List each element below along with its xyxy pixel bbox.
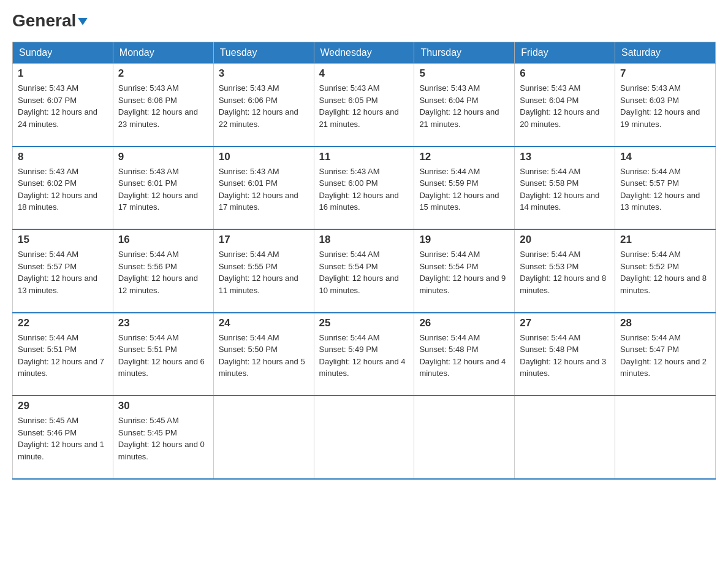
calendar-cell: 22 Sunrise: 5:44 AM Sunset: 5:51 PM Dayl… (13, 313, 113, 396)
weekday-header-saturday: Saturday (615, 42, 716, 64)
calendar-cell: 20 Sunrise: 5:44 AM Sunset: 5:53 PM Dayl… (515, 229, 615, 313)
week-row-5: 29 Sunrise: 5:45 AM Sunset: 5:46 PM Dayl… (13, 396, 716, 479)
calendar-cell: 3 Sunrise: 5:43 AM Sunset: 6:06 PM Dayli… (213, 64, 314, 147)
calendar-cell: 24 Sunrise: 5:44 AM Sunset: 5:50 PM Dayl… (213, 313, 314, 396)
calendar-cell: 1 Sunrise: 5:43 AM Sunset: 6:07 PM Dayli… (13, 64, 113, 147)
day-number: 30 (118, 400, 208, 412)
day-info: Sunrise: 5:43 AM Sunset: 6:02 PM Dayligh… (18, 166, 108, 226)
day-number: 26 (419, 317, 509, 329)
day-info: Sunrise: 5:43 AM Sunset: 6:07 PM Dayligh… (18, 82, 108, 142)
day-number: 6 (520, 67, 610, 80)
day-number: 17 (219, 234, 309, 246)
day-info: Sunrise: 5:44 AM Sunset: 5:59 PM Dayligh… (419, 166, 509, 226)
day-info: Sunrise: 5:44 AM Sunset: 5:53 PM Dayligh… (520, 248, 610, 308)
day-number: 19 (419, 234, 509, 246)
day-info: Sunrise: 5:44 AM Sunset: 5:57 PM Dayligh… (620, 166, 710, 226)
calendar-cell: 29 Sunrise: 5:45 AM Sunset: 5:46 PM Dayl… (13, 396, 113, 479)
day-info: Sunrise: 5:43 AM Sunset: 6:06 PM Dayligh… (118, 82, 208, 142)
day-info: Sunrise: 5:43 AM Sunset: 6:04 PM Dayligh… (419, 82, 509, 142)
day-info: Sunrise: 5:44 AM Sunset: 5:55 PM Dayligh… (219, 248, 309, 308)
day-info: Sunrise: 5:43 AM Sunset: 6:06 PM Dayligh… (219, 82, 309, 142)
day-number: 11 (319, 151, 409, 163)
day-info: Sunrise: 5:43 AM Sunset: 6:01 PM Dayligh… (219, 166, 309, 226)
calendar-cell: 28 Sunrise: 5:44 AM Sunset: 5:47 PM Dayl… (615, 313, 716, 396)
day-number: 14 (620, 151, 710, 163)
calendar-cell: 25 Sunrise: 5:44 AM Sunset: 5:49 PM Dayl… (314, 313, 414, 396)
day-number: 28 (620, 317, 710, 329)
calendar-cell: 26 Sunrise: 5:44 AM Sunset: 5:48 PM Dayl… (414, 313, 515, 396)
day-number: 2 (118, 67, 208, 80)
day-number: 3 (219, 67, 309, 80)
calendar-cell (515, 396, 615, 479)
day-number: 18 (319, 234, 409, 246)
calendar-cell: 19 Sunrise: 5:44 AM Sunset: 5:54 PM Dayl… (414, 229, 515, 313)
day-info: Sunrise: 5:43 AM Sunset: 6:04 PM Dayligh… (520, 82, 610, 142)
day-info: Sunrise: 5:45 AM Sunset: 5:45 PM Dayligh… (118, 415, 208, 475)
calendar-cell: 18 Sunrise: 5:44 AM Sunset: 5:54 PM Dayl… (314, 229, 414, 313)
page-header: General (12, 12, 716, 29)
day-info: Sunrise: 5:44 AM Sunset: 5:58 PM Dayligh… (520, 166, 610, 226)
week-row-4: 22 Sunrise: 5:44 AM Sunset: 5:51 PM Dayl… (13, 313, 716, 396)
calendar-header-row: SundayMondayTuesdayWednesdayThursdayFrid… (13, 42, 716, 64)
weekday-header-thursday: Thursday (414, 42, 515, 64)
day-info: Sunrise: 5:43 AM Sunset: 6:03 PM Dayligh… (620, 82, 710, 142)
day-number: 25 (319, 317, 409, 329)
day-info: Sunrise: 5:45 AM Sunset: 5:46 PM Dayligh… (18, 415, 108, 475)
day-info: Sunrise: 5:44 AM Sunset: 5:54 PM Dayligh… (419, 248, 509, 308)
weekday-header-wednesday: Wednesday (314, 42, 414, 64)
week-row-2: 8 Sunrise: 5:43 AM Sunset: 6:02 PM Dayli… (13, 147, 716, 230)
weekday-header-friday: Friday (515, 42, 615, 64)
day-info: Sunrise: 5:44 AM Sunset: 5:47 PM Dayligh… (620, 332, 710, 392)
day-number: 22 (18, 317, 108, 329)
day-number: 16 (118, 234, 208, 246)
calendar-cell: 8 Sunrise: 5:43 AM Sunset: 6:02 PM Dayli… (13, 147, 113, 230)
day-number: 21 (620, 234, 710, 246)
day-info: Sunrise: 5:44 AM Sunset: 5:48 PM Dayligh… (419, 332, 509, 392)
day-number: 20 (520, 234, 610, 246)
day-number: 15 (18, 234, 108, 246)
calendar-cell: 13 Sunrise: 5:44 AM Sunset: 5:58 PM Dayl… (515, 147, 615, 230)
calendar-cell: 6 Sunrise: 5:43 AM Sunset: 6:04 PM Dayli… (515, 64, 615, 147)
calendar-cell: 27 Sunrise: 5:44 AM Sunset: 5:48 PM Dayl… (515, 313, 615, 396)
day-number: 10 (219, 151, 309, 163)
calendar-cell: 7 Sunrise: 5:43 AM Sunset: 6:03 PM Dayli… (615, 64, 716, 147)
day-number: 29 (18, 400, 108, 412)
day-info: Sunrise: 5:44 AM Sunset: 5:49 PM Dayligh… (319, 332, 409, 392)
weekday-header-sunday: Sunday (13, 42, 113, 64)
calendar-cell: 17 Sunrise: 5:44 AM Sunset: 5:55 PM Dayl… (213, 229, 314, 313)
calendar-cell (314, 396, 414, 479)
day-info: Sunrise: 5:44 AM Sunset: 5:54 PM Dayligh… (319, 248, 409, 308)
day-info: Sunrise: 5:43 AM Sunset: 6:01 PM Dayligh… (118, 166, 208, 226)
day-number: 4 (319, 67, 409, 80)
calendar-cell: 5 Sunrise: 5:43 AM Sunset: 6:04 PM Dayli… (414, 64, 515, 147)
calendar-cell: 16 Sunrise: 5:44 AM Sunset: 5:56 PM Dayl… (113, 229, 213, 313)
day-info: Sunrise: 5:44 AM Sunset: 5:48 PM Dayligh… (520, 332, 610, 392)
calendar-cell: 14 Sunrise: 5:44 AM Sunset: 5:57 PM Dayl… (615, 147, 716, 230)
day-number: 5 (419, 67, 509, 80)
day-info: Sunrise: 5:44 AM Sunset: 5:52 PM Dayligh… (620, 248, 710, 308)
calendar-cell: 15 Sunrise: 5:44 AM Sunset: 5:57 PM Dayl… (13, 229, 113, 313)
day-number: 1 (18, 67, 108, 80)
calendar-cell: 11 Sunrise: 5:43 AM Sunset: 6:00 PM Dayl… (314, 147, 414, 230)
weekday-header-monday: Monday (113, 42, 213, 64)
day-info: Sunrise: 5:44 AM Sunset: 5:51 PM Dayligh… (18, 332, 108, 392)
day-info: Sunrise: 5:44 AM Sunset: 5:56 PM Dayligh… (118, 248, 208, 308)
logo-chevron-icon (78, 18, 88, 25)
calendar-cell: 21 Sunrise: 5:44 AM Sunset: 5:52 PM Dayl… (615, 229, 716, 313)
day-info: Sunrise: 5:43 AM Sunset: 6:05 PM Dayligh… (319, 82, 409, 142)
calendar-cell: 10 Sunrise: 5:43 AM Sunset: 6:01 PM Dayl… (213, 147, 314, 230)
day-number: 24 (219, 317, 309, 329)
day-number: 13 (520, 151, 610, 163)
day-number: 9 (118, 151, 208, 163)
weekday-header-tuesday: Tuesday (213, 42, 314, 64)
calendar-cell (414, 396, 515, 479)
calendar-cell: 12 Sunrise: 5:44 AM Sunset: 5:59 PM Dayl… (414, 147, 515, 230)
calendar-cell (213, 396, 314, 479)
day-number: 8 (18, 151, 108, 163)
week-row-3: 15 Sunrise: 5:44 AM Sunset: 5:57 PM Dayl… (13, 229, 716, 313)
logo: General (12, 12, 88, 29)
day-number: 7 (620, 67, 710, 80)
day-info: Sunrise: 5:44 AM Sunset: 5:51 PM Dayligh… (118, 332, 208, 392)
week-row-1: 1 Sunrise: 5:43 AM Sunset: 6:07 PM Dayli… (13, 64, 716, 147)
day-info: Sunrise: 5:44 AM Sunset: 5:50 PM Dayligh… (219, 332, 309, 392)
